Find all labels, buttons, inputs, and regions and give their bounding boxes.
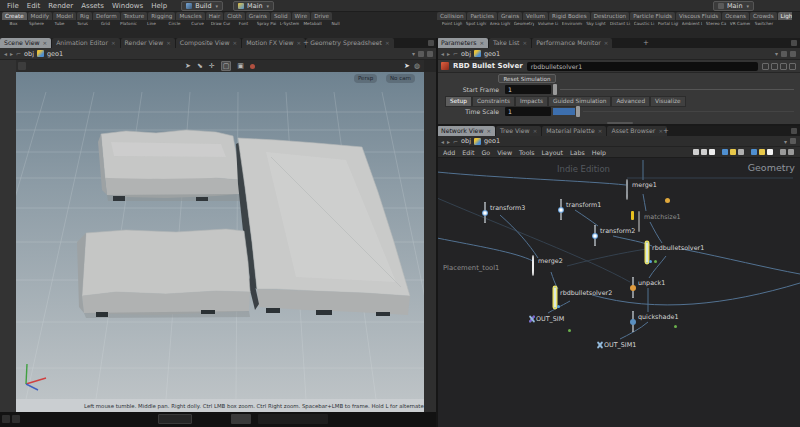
chevron-down-icon[interactable]: ▾ [784,138,787,145]
playbar-track[interactable] [258,414,328,424]
menu-item[interactable]: File [3,2,23,10]
shelf-tool-button[interactable]: Null [324,20,347,38]
time-scale-field[interactable]: 1 [505,107,551,116]
network-node[interactable]: matchsize1 [638,212,640,231]
new-tab-button[interactable]: + [660,126,672,136]
shelf-tab[interactable]: Crowds [750,12,777,20]
shelf-tool-button[interactable]: Sphere [25,20,48,38]
gear-icon[interactable] [762,63,769,70]
persp-pill[interactable]: Persp [354,74,377,83]
shelf-tool-button[interactable]: Caustic Light [632,20,656,38]
shelf-tab[interactable]: Drive [311,12,332,20]
active-tool-icon[interactable]: ▢ [221,61,232,71]
param-tab[interactable]: Constraints [472,96,515,107]
shelf-tool-button[interactable]: Sky Light [584,20,608,38]
network-node[interactable]: merge1 [626,180,628,199]
shelf-tool-button[interactable]: Metaball [301,20,324,38]
network-node[interactable]: unpack1 [632,278,634,297]
help-icon[interactable] [789,63,796,70]
start-frame-field[interactable]: 1 [505,85,551,94]
shelf-tab[interactable]: Vellum [523,12,548,20]
shelf-tab[interactable]: Rigid Bodies [549,12,590,20]
playbar-button[interactable] [2,415,10,423]
network-menu-item[interactable]: View [497,149,512,156]
node-body-icon[interactable] [638,211,640,232]
shelf-tool-button[interactable]: Spot Light [464,20,488,38]
pane-tab[interactable]: Network View× [437,126,495,136]
network-menu-item[interactable]: Help [592,149,606,156]
breadcrumb-context[interactable]: obj [461,50,471,58]
pane-tab[interactable]: Animation Editor× [52,38,119,48]
record-icon[interactable] [250,64,255,69]
chevron-down-icon[interactable]: ▾ [412,50,415,57]
menu-item[interactable]: Render [44,2,77,10]
node-body-icon[interactable] [632,311,634,332]
shelf-tool-button[interactable]: Distant Light [608,20,632,38]
shelf-tool-button[interactable]: L-System [278,20,301,38]
shelf-tab[interactable]: Texture [121,12,147,20]
shelf-tab[interactable]: Deform [93,12,120,20]
forward-icon[interactable]: ▸ [447,50,450,57]
pane-menu-icon[interactable] [791,128,797,134]
breadcrumb-context[interactable]: obj [24,50,34,58]
param-tab[interactable]: Visualize [650,96,686,107]
network-node[interactable]: quickshade1 [632,312,634,331]
list-icon[interactable] [771,63,778,70]
color-yellow-icon[interactable] [730,149,736,155]
node-body-icon[interactable] [484,202,486,223]
shelf-tab[interactable]: Wire [292,12,311,20]
forward-icon[interactable]: ▸ [10,50,13,57]
shelf-tab[interactable]: Modify [28,12,53,20]
menu-item[interactable]: Assets [77,2,108,10]
shelf-tab[interactable]: Grains [498,12,522,20]
shelf-tool-button[interactable]: Stereo Camera [704,20,728,38]
pane-tab[interactable]: Asset Browser× [607,126,667,136]
close-icon[interactable]: × [43,38,48,48]
globe-icon[interactable]: ◍ [414,62,420,70]
handles-tool-icon[interactable]: ⬊ [197,62,203,70]
pin-icon[interactable]: ⌐ [453,50,458,57]
pin-icon[interactable]: ⌐ [16,50,21,57]
pane-tab[interactable]: Geometry Spreadsheet× [306,38,393,48]
scroll-hint[interactable] [607,122,633,124]
network-node[interactable]: merge2 [532,256,534,275]
select-tool-icon[interactable]: ➤ [185,62,191,70]
breadcrumb-context[interactable]: obj [461,137,471,145]
shelf-tab[interactable]: Solid [271,12,291,20]
breadcrumb-node[interactable]: geo1 [484,137,500,145]
viewport-tab-icon[interactable] [18,62,26,70]
color-gray-icon[interactable] [738,149,744,155]
slab-lower-left[interactable] [77,229,250,318]
node-body-icon[interactable] [532,255,534,276]
start-frame-slider-handle[interactable] [553,84,557,95]
shelf-tab[interactable]: Particle Fluids [630,12,675,20]
close-icon[interactable]: × [233,38,238,48]
desktop-dropdown[interactable]: Build ▾ [181,1,223,11]
menu-item[interactable]: Edit [23,2,45,10]
close-icon[interactable]: × [598,126,603,136]
close-icon[interactable]: × [385,38,390,48]
slab-upper-left[interactable] [98,130,240,201]
network-menu-item[interactable]: Go [481,149,490,156]
node-body-icon[interactable] [626,179,628,200]
shelf-tool-button[interactable]: Area Light [488,20,512,38]
breadcrumb-node[interactable]: geo1 [484,50,500,58]
close-icon[interactable]: × [523,38,528,48]
new-tab-button[interactable]: + [300,38,312,48]
back-icon[interactable]: ◂ [441,138,444,145]
close-icon[interactable]: × [533,126,538,136]
lock-icon[interactable] [781,51,787,57]
shelf-tool-button[interactable]: Grid [94,20,117,38]
shelf-tool-button[interactable]: Draw Curve [209,20,232,38]
pane-tab[interactable]: Scene View× [0,38,51,48]
shelf-tab[interactable]: Oceans [722,12,749,20]
network-editor-canvas[interactable]: Indie Edition Geometry Placement_tool1 m… [437,158,800,427]
shelf-tab[interactable]: Model [53,12,76,20]
scene-viewport[interactable]: Persp No cam [16,72,424,399]
shelf-tab[interactable]: Muscles [176,12,204,20]
shelf-tool-button[interactable]: Environment Light [560,20,584,38]
pane-tab[interactable]: Performance Monitor× [532,38,612,48]
network-menu-item[interactable]: Edit [462,149,474,156]
node-body-icon[interactable] [632,277,634,298]
pane-divider[interactable] [436,38,438,427]
